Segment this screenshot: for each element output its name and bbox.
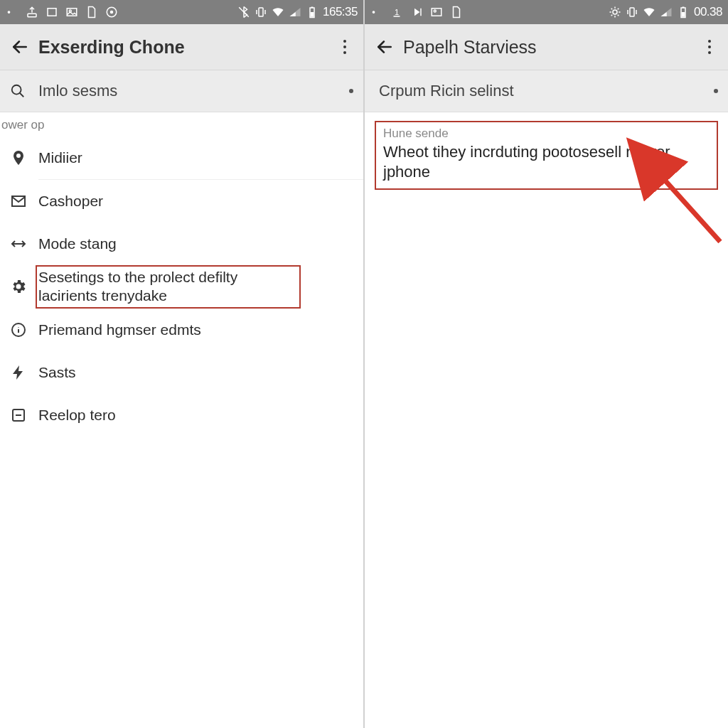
status-time-left: 165:35 [323, 5, 358, 19]
overflow-button-right[interactable] [698, 31, 721, 63]
svg-point-0 [8, 11, 11, 14]
page-title-right: Papelh Starviess [403, 37, 698, 58]
app-bar-right: Papelh Starviess [365, 24, 728, 70]
list-item-priemand[interactable]: Priemand hgmser edmts [0, 309, 363, 351]
svg-rect-23 [682, 7, 684, 9]
svg-point-6 [110, 11, 114, 14]
svg-rect-9 [311, 7, 314, 9]
status-time-right: 00.38 [694, 5, 722, 19]
svg-rect-1 [28, 14, 36, 17]
wifi-icon [272, 6, 284, 18]
status-bar-right: 1 [365, 0, 728, 24]
app-icon [105, 6, 118, 18]
app-bar-left: Exserding Chone [0, 24, 363, 70]
search-text: Imlo sesms [38, 82, 349, 100]
signal-icon [660, 6, 673, 18]
image-icon [65, 6, 78, 18]
overflow-button-left[interactable] [333, 31, 356, 63]
search-icon [10, 83, 38, 99]
skip-icon [410, 6, 423, 18]
search-bar[interactable]: Imlo sesms [0, 70, 363, 112]
gear-icon [10, 278, 38, 295]
svg-rect-3 [67, 9, 77, 16]
square-minus-icon [10, 407, 38, 424]
list-item-label: Sesetings to the prolect defilty lacirie… [38, 268, 294, 306]
section-caption: ower op [0, 112, 363, 136]
svg-rect-10 [311, 12, 314, 17]
back-button[interactable] [369, 31, 400, 63]
mail-icon [10, 193, 38, 210]
status-bar-left: 165:35 [0, 0, 363, 24]
svg-rect-18 [432, 9, 441, 16]
list-item-reelop[interactable]: Reelop tero [0, 394, 363, 437]
dot-icon [349, 89, 353, 93]
page-title-left: Exserding Chone [38, 37, 333, 58]
window-icon [46, 6, 58, 18]
card-title: Hune sende [383, 127, 710, 141]
back-button[interactable] [4, 31, 36, 63]
dot-icon [6, 6, 18, 18]
right-phone: 1 [365, 0, 728, 728]
svg-point-12 [16, 154, 21, 158]
number-icon: 1 [390, 6, 403, 18]
image-icon [430, 6, 443, 18]
list-item-midiier[interactable]: Midiier [0, 136, 363, 179]
svg-rect-24 [682, 12, 685, 17]
swap-icon [10, 235, 38, 252]
subtitle-text: Crpum Ricin selinst [379, 82, 714, 100]
pin-icon [10, 149, 38, 166]
signal-icon [289, 6, 301, 18]
list-item-sasts[interactable]: Sasts [0, 351, 363, 394]
list-item-label: Mode stang [38, 235, 117, 252]
sim-icon [85, 6, 98, 18]
info-icon [10, 321, 38, 338]
battery-icon [306, 6, 318, 18]
left-phone: 165:35 Exserding Chone Imlo sesms ower o… [0, 0, 363, 728]
svg-point-16 [373, 11, 375, 14]
card-body: Wheot tihey incrduting pootosesell ngrve… [383, 142, 710, 181]
list-item-label: Reelop tero [38, 407, 116, 424]
brightness-icon [609, 6, 621, 18]
svg-rect-2 [48, 9, 56, 16]
svg-point-19 [434, 10, 436, 12]
battery-icon [677, 6, 690, 18]
list-item-cashoper[interactable]: Cashoper [0, 180, 363, 223]
vibrate-icon [626, 6, 638, 18]
vibrate-icon [255, 6, 267, 18]
settings-list: Midiier Cashoper Mode stang Sesetings [0, 136, 363, 437]
svg-point-20 [613, 10, 617, 14]
list-item-label: Cashoper [38, 193, 103, 210]
subtitle-bar[interactable]: Crpum Ricin selinst [365, 70, 728, 112]
list-item-modestang[interactable]: Mode stang [0, 223, 363, 265]
bluetooth-off-icon [237, 6, 250, 18]
svg-rect-7 [259, 8, 263, 16]
svg-rect-21 [630, 8, 634, 16]
list-item-label: Sasts [38, 364, 76, 381]
upload-icon [26, 6, 38, 18]
wifi-icon [643, 6, 655, 18]
list-item-label: Priemand hgmser edmts [38, 321, 201, 338]
bolt-icon [10, 364, 38, 381]
svg-point-11 [12, 85, 21, 95]
list-item-label: Midiier [38, 149, 82, 166]
sim-icon [450, 6, 463, 18]
highlighted-card[interactable]: Hune sende Wheot tihey incrduting pootos… [375, 121, 718, 190]
dot-icon [714, 89, 718, 93]
dot-icon [370, 6, 383, 18]
svg-text:1: 1 [395, 8, 399, 16]
list-item-settings-highlight[interactable]: Sesetings to the prolect defilty lacirie… [0, 265, 363, 309]
